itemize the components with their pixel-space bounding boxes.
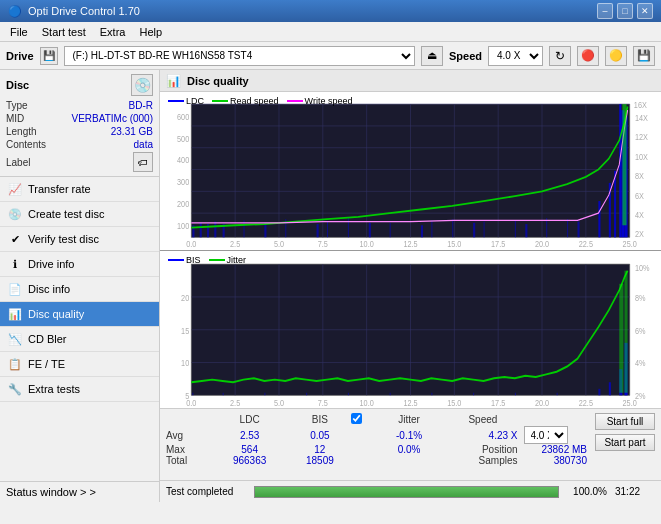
svg-rect-68	[431, 220, 432, 237]
mid-value: VERBATIMc (000)	[72, 113, 154, 124]
chart2-bis-jitter: BIS Jitter	[160, 251, 661, 409]
legend-bis: BIS	[168, 255, 201, 265]
jitter-checkbox[interactable]	[351, 413, 362, 424]
maximize-button[interactable]: □	[617, 3, 633, 19]
max-label: Max	[166, 444, 211, 455]
tool-button-2[interactable]: 🟡	[605, 46, 627, 66]
position-label: Position	[444, 444, 521, 455]
svg-text:6X: 6X	[635, 191, 645, 201]
speed-select[interactable]: 1.0 X 2.0 X 4.0 X 6.0 X 8.0 X	[488, 46, 543, 66]
legend-jitter: Jitter	[209, 255, 247, 265]
svg-text:22.5: 22.5	[579, 397, 594, 408]
svg-text:25.0: 25.0	[623, 240, 638, 250]
label-edit-button[interactable]: 🏷	[133, 152, 153, 172]
minimize-button[interactable]: –	[597, 3, 613, 19]
menu-start-test[interactable]: Start test	[36, 25, 92, 39]
disc-refresh-button[interactable]: 💿	[131, 74, 153, 96]
progress-bar-outer	[254, 486, 559, 498]
length-value: 23.31 GB	[111, 126, 153, 137]
svg-rect-115	[264, 392, 265, 395]
svg-text:10.0: 10.0	[360, 397, 375, 408]
svg-text:12X: 12X	[635, 133, 649, 143]
menu-file[interactable]: File	[4, 25, 34, 39]
svg-text:15.0: 15.0	[447, 240, 462, 250]
avg-bis: 0.05	[288, 426, 351, 444]
svg-rect-59	[614, 171, 616, 238]
stats-table: LDC BIS Jitter Speed Avg	[166, 413, 589, 466]
svg-rect-123	[598, 388, 600, 395]
status-window-label: Status window > >	[6, 486, 96, 498]
sidebar-label-disc-info: Disc info	[28, 283, 70, 295]
sidebar-item-cd-bler[interactable]: 📉 CD Bler	[0, 327, 159, 352]
svg-rect-56	[578, 222, 580, 238]
mid-label: MID	[6, 113, 24, 124]
cd-bler-icon: 📉	[8, 332, 22, 346]
sidebar-menu: 📈 Transfer rate 💿 Create test disc ✔ Ver…	[0, 177, 159, 481]
progress-percent: 100.0%	[567, 486, 607, 497]
svg-text:2.5: 2.5	[230, 397, 240, 408]
svg-text:25.0: 25.0	[623, 397, 638, 408]
drive-select[interactable]: (F:) HL-DT-ST BD-RE WH16NS58 TST4	[64, 46, 415, 66]
svg-rect-69	[452, 219, 453, 237]
sidebar-label-transfer-rate: Transfer rate	[28, 183, 91, 195]
refresh-button[interactable]: ↻	[549, 46, 571, 66]
status-window-button[interactable]: Status window > >	[0, 481, 159, 502]
sidebar-item-disc-info[interactable]: 📄 Disc info	[0, 277, 159, 302]
close-button[interactable]: ✕	[637, 3, 653, 19]
svg-text:200: 200	[177, 200, 190, 210]
svg-rect-51	[317, 224, 319, 237]
svg-text:10.0: 10.0	[360, 240, 375, 250]
menu-help[interactable]: Help	[133, 25, 168, 39]
legend-write-speed: Write speed	[287, 96, 353, 106]
drive-bar: Drive 💾 (F:) HL-DT-ST BD-RE WH16NS58 TST…	[0, 42, 661, 70]
sidebar-item-disc-quality[interactable]: 📊 Disc quality	[0, 302, 159, 327]
ldc-label: LDC	[186, 96, 204, 106]
sidebar-label-create-test-disc: Create test disc	[28, 208, 104, 220]
sidebar-item-transfer-rate[interactable]: 📈 Transfer rate	[0, 177, 159, 202]
legend-ldc: LDC	[168, 96, 204, 106]
sidebar-item-verify-test-disc[interactable]: ✔ Verify test disc	[0, 227, 159, 252]
sidebar-item-drive-info[interactable]: ℹ Drive info	[0, 252, 159, 277]
svg-rect-124	[609, 382, 611, 395]
save-button[interactable]: 💾	[633, 46, 655, 66]
start-full-button[interactable]: Start full	[595, 413, 655, 430]
bis-color	[168, 259, 184, 261]
verify-test-disc-icon: ✔	[8, 232, 22, 246]
svg-text:4X: 4X	[635, 210, 645, 220]
svg-text:17.5: 17.5	[491, 397, 506, 408]
svg-rect-128	[624, 270, 627, 392]
svg-text:15: 15	[181, 324, 189, 335]
speed-label: Speed	[449, 50, 482, 62]
svg-rect-66	[348, 218, 349, 237]
sidebar-item-extra-tests[interactable]: 🔧 Extra tests	[0, 377, 159, 402]
stats-bar: LDC BIS Jitter Speed Avg	[160, 408, 661, 480]
svg-text:400: 400	[177, 156, 190, 166]
content-area: 📊 Disc quality LDC Read speed	[160, 70, 661, 502]
app-icon: 🔵	[8, 5, 22, 18]
max-ldc: 564	[211, 444, 288, 455]
start-part-button[interactable]: Start part	[595, 434, 655, 451]
disc-quality-icon: 📊	[8, 307, 22, 321]
disc-info-icon: 📄	[8, 282, 22, 296]
eject-button[interactable]: ⏏	[421, 46, 443, 66]
progress-status: Test completed	[166, 486, 246, 497]
progress-time: 31:22	[615, 486, 655, 497]
tool-button-1[interactable]: 🔴	[577, 46, 599, 66]
svg-text:10%: 10%	[635, 261, 650, 272]
sidebar-label-cd-bler: CD Bler	[28, 333, 67, 345]
drive-icon: 💾	[40, 47, 58, 65]
write-speed-color	[287, 100, 303, 102]
speed-mode-select[interactable]: 4.0 X	[524, 426, 568, 444]
svg-rect-65	[327, 222, 328, 238]
read-speed-color	[212, 100, 228, 102]
svg-text:20.0: 20.0	[535, 397, 550, 408]
type-value: BD-R	[129, 100, 153, 111]
sidebar-item-create-test-disc[interactable]: 💿 Create test disc	[0, 202, 159, 227]
svg-rect-122	[557, 392, 558, 395]
svg-rect-57	[598, 201, 600, 237]
sidebar-label-drive-info: Drive info	[28, 258, 74, 270]
menu-extra[interactable]: Extra	[94, 25, 132, 39]
sidebar-item-fe-te[interactable]: 📋 FE / TE	[0, 352, 159, 377]
svg-rect-74	[622, 104, 626, 225]
svg-rect-116	[306, 392, 307, 395]
